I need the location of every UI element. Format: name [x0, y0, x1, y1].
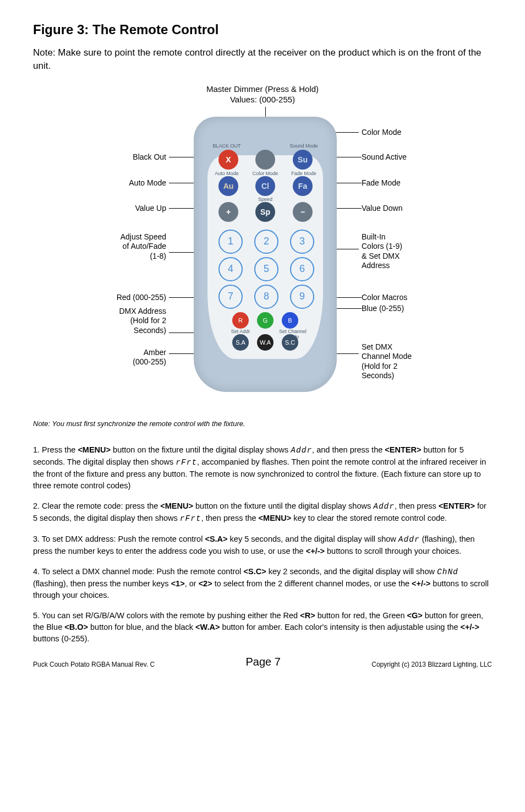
btn-valuedown[interactable]: −	[293, 202, 313, 222]
btn-3[interactable]: 3	[290, 230, 314, 254]
footer-center: Page 7	[155, 656, 371, 668]
btn-sc[interactable]: S.C	[282, 334, 298, 351]
label-builtin: Built-In Colors (1-9) & Set DMX Address	[362, 232, 472, 271]
step-3: 3. To set DMX address: Push the remote c…	[33, 533, 492, 557]
label-valueup: Value Up	[67, 204, 166, 214]
seg-addr: Addr	[291, 446, 312, 455]
label-fade: Fade Mode	[362, 178, 472, 188]
step-4: 4. To select a DMX channel mode: Push th…	[33, 566, 492, 601]
intro-note: Note: Make sure to point the remote cont…	[33, 46, 492, 73]
label-automode: Auto Mode	[67, 178, 166, 188]
page-title: Figure 3: The Remote Control	[33, 22, 492, 37]
label-valuedown: Value Down	[362, 204, 472, 214]
btn-1[interactable]: 1	[218, 230, 243, 254]
btn-fade[interactable]: Fa	[293, 176, 313, 196]
rl-automode: Auto Mode	[210, 171, 243, 176]
label-amber: Amber (000-255)	[67, 348, 166, 367]
btn-green[interactable]: G	[257, 312, 274, 329]
btn-sa[interactable]: S.A	[232, 334, 249, 351]
label-macros: Color Macros	[362, 293, 472, 303]
btn-dimmer[interactable]	[255, 150, 275, 170]
btn-9[interactable]: 9	[290, 285, 314, 309]
btn-5[interactable]: 5	[254, 257, 278, 281]
label-dmxaddr: DMX Address (Hold for 2 Seconds)	[67, 307, 166, 336]
btn-blackout[interactable]: X	[218, 150, 238, 170]
label-sound: Sound Active	[362, 152, 472, 162]
btn-auto[interactable]: Au	[218, 176, 238, 196]
btn-valueup[interactable]: +	[218, 202, 238, 222]
dimmer-header-line2: Values: (000-255)	[34, 94, 491, 105]
btn-colormode[interactable]: Cl	[255, 176, 275, 196]
label-blue: Blue (0-255)	[362, 304, 472, 314]
footer-left: Puck Couch Potato RGBA Manual Rev. C	[33, 661, 155, 668]
btn-sound[interactable]: Su	[293, 150, 313, 170]
footer-right: Copyright (c) 2013 Blizzard Lighting, LL…	[371, 661, 492, 668]
remote-body: BLACK OUT Sound Mode X Su Auto Mode Colo…	[194, 117, 337, 392]
seg-chnd: ChNd	[437, 568, 458, 576]
label-blackout: Black Out	[67, 152, 166, 162]
rl-fademode: Fade Mode	[287, 171, 320, 176]
page-footer: Puck Couch Potato RGBA Manual Rev. C Pag…	[33, 656, 492, 668]
btn-7[interactable]: 7	[218, 285, 243, 309]
instruction-body: 1. Press the <MENU> button on the fixtur…	[33, 444, 492, 645]
btn-speed[interactable]: Sp	[255, 202, 275, 222]
label-red: Red (000-255)	[67, 293, 166, 303]
btn-8[interactable]: 8	[254, 285, 278, 309]
rl-speed: Speed	[249, 197, 282, 202]
rl-colormode: Color Mode	[249, 171, 282, 176]
btn-6[interactable]: 6	[290, 257, 314, 281]
rl-soundmode: Sound Mode	[287, 143, 320, 149]
rl-blackout: BLACK OUT	[210, 143, 243, 149]
rl-setaddr: Set Addr	[224, 329, 257, 334]
btn-wa[interactable]: W.A	[257, 334, 274, 351]
step-5: 5. You can set R/G/B/A/W colors with the…	[33, 610, 492, 645]
label-setdmx: Set DMX Channel Mode (Hold for 2 Seconds…	[362, 342, 472, 381]
dimmer-header-line1: Master Dimmer (Press & Hold)	[34, 84, 491, 95]
btn-red[interactable]: R	[232, 312, 249, 329]
step-2: 2. Clear the remote code: press the <MEN…	[33, 500, 492, 525]
step-1: 1. Press the <MENU> button on the fixtur…	[33, 444, 492, 492]
btn-blue[interactable]: B	[282, 312, 298, 329]
sync-note: Note: You must first synchronize the rem…	[33, 419, 492, 428]
label-speed: Adjust Speed of Auto/Fade (1-8)	[67, 232, 166, 261]
remote-diagram: Master Dimmer (Press & Hold) Values: (00…	[34, 84, 491, 408]
btn-4[interactable]: 4	[218, 257, 243, 281]
seg-rfrt: rFrt	[176, 458, 197, 467]
btn-2[interactable]: 2	[254, 230, 278, 254]
label-colormode: Color Mode	[362, 128, 472, 138]
